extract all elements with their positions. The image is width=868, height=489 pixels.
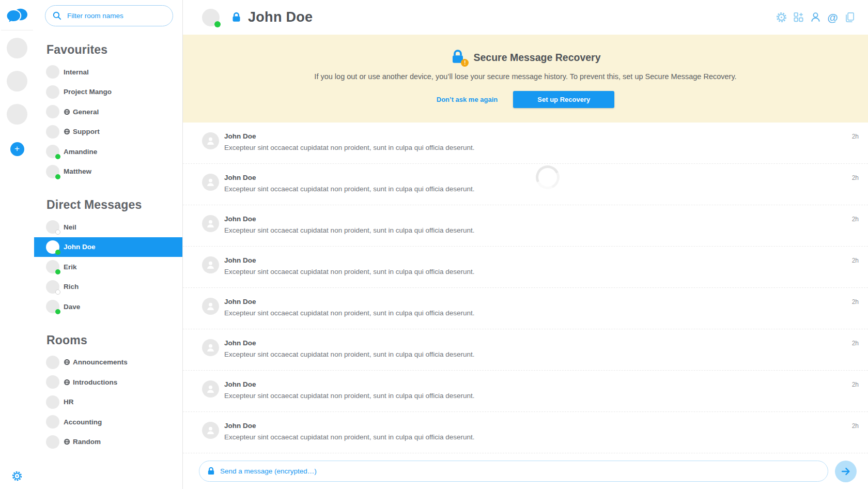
message-timestamp: 2h <box>852 256 859 264</box>
message-timestamp: 2h <box>852 380 859 388</box>
section-title-direct-messages: Direct Messages <box>47 198 182 212</box>
user-avatar <box>46 280 59 294</box>
sidebar-item-dave[interactable]: Dave <box>34 297 182 317</box>
message-avatar-person-icon <box>202 380 219 398</box>
room-label: Dave <box>64 303 80 311</box>
message-text: Excepteur sint occaecat cupidatat non pr… <box>224 144 852 151</box>
secure-message-recovery-banner: ! Secure Message Recovery If you log out… <box>183 35 868 123</box>
sidebar-item-accounting[interactable]: Accounting <box>34 412 182 432</box>
public-room-globe-icon <box>64 109 70 115</box>
space-avatar[interactable] <box>7 71 27 91</box>
message-text: Excepteur sint occaecat cupidatat non pr… <box>224 433 852 441</box>
members-icon[interactable] <box>809 10 823 24</box>
section-title-favourites: Favourites <box>47 43 182 57</box>
room-filter-input[interactable] <box>67 12 166 20</box>
presence-online-dot <box>55 250 60 255</box>
user-avatar <box>46 145 59 158</box>
sidebar-item-internal[interactable]: Internal <box>34 62 182 82</box>
public-room-globe-icon <box>64 359 70 365</box>
room-avatar <box>46 85 59 99</box>
add-space-button[interactable]: + <box>10 142 24 156</box>
message-avatar-person-icon <box>202 256 219 273</box>
dont-ask-again-link[interactable]: Don’t ask me again <box>437 96 498 103</box>
sidebar-item-random[interactable]: Random <box>34 432 182 452</box>
sidebar-item-project-mango[interactable]: Project Mango <box>34 82 182 102</box>
set-up-recovery-button[interactable]: Set up Recovery <box>513 91 614 108</box>
composer-box <box>199 461 828 482</box>
chat-application: + Favourites Internal Project Mango Gene… <box>0 0 868 489</box>
user-avatar <box>46 300 59 313</box>
message-timestamp: 2h <box>852 339 859 347</box>
composer-bar <box>183 453 868 489</box>
presence-online-dot <box>55 174 60 179</box>
room-label: Amandine <box>64 148 97 156</box>
send-button[interactable] <box>835 461 857 482</box>
chat-header-avatar <box>202 9 220 26</box>
sidebar-item-erik[interactable]: Erik <box>34 257 182 277</box>
sidebar-item-john-doe[interactable]: John Doe <box>34 237 182 257</box>
sidebar-item-rich[interactable]: Rich <box>34 277 182 297</box>
room-avatar <box>46 375 59 389</box>
sidebar-item-neil[interactable]: Neil <box>34 217 182 237</box>
message-text: Excepteur sint occaecat cupidatat non pr… <box>224 185 852 193</box>
message-avatar-person-icon <box>202 174 219 191</box>
user-avatar <box>46 260 59 273</box>
files-icon[interactable] <box>843 10 857 24</box>
chat-title: John Doe <box>248 9 313 25</box>
user-avatar <box>46 165 59 178</box>
room-label: Announcements <box>73 358 128 366</box>
chat-header: John Doe @ <box>183 0 868 35</box>
space-avatar[interactable] <box>7 104 27 125</box>
presence-offline-dot <box>55 230 60 235</box>
sidebar-item-introductions[interactable]: Introductions <box>34 372 182 392</box>
message-sender: John Doe <box>224 422 852 430</box>
message-row: John DoeExcepteur sint occaecat cupidata… <box>183 288 868 329</box>
sidebar-item-announcements[interactable]: Announcements <box>34 353 182 373</box>
room-avatar <box>46 435 59 449</box>
message-sender: John Doe <box>224 132 852 140</box>
message-input[interactable] <box>220 467 820 475</box>
message-row: John DoeExcepteur sint occaecat cupidata… <box>183 371 868 412</box>
search-icon <box>52 11 62 21</box>
room-avatar <box>46 415 59 429</box>
message-text: Excepteur sint occaecat cupidatat non pr… <box>224 309 852 317</box>
message-row: John DoeExcepteur sint occaecat cupidata… <box>183 412 868 453</box>
settings-gear-icon[interactable] <box>11 470 23 482</box>
room-label: Internal <box>64 68 89 76</box>
user-avatar <box>46 220 59 234</box>
message-timestamp: 2h <box>852 215 859 223</box>
lock-warning-icon: ! <box>450 49 466 66</box>
message-avatar-person-icon <box>202 339 219 356</box>
sidebar-item-hr[interactable]: HR <box>34 392 182 412</box>
presence-offline-dot <box>55 289 60 295</box>
message-timestamp: 2h <box>852 174 859 181</box>
sidebar-item-support[interactable]: Support <box>34 122 182 142</box>
message-avatar-person-icon <box>202 132 219 149</box>
room-avatar <box>46 395 59 409</box>
public-room-globe-icon <box>64 438 70 445</box>
chat-main: John Doe @ ! Secure Message Recovery If … <box>183 0 868 489</box>
public-room-globe-icon <box>64 379 70 386</box>
room-label: HR <box>64 398 74 406</box>
room-label: Introductions <box>73 378 117 386</box>
message-sender: John Doe <box>224 380 852 388</box>
mentions-icon[interactable]: @ <box>826 10 840 24</box>
room-label: Erik <box>64 263 77 271</box>
presence-online-dot <box>214 21 221 27</box>
sidebar-item-amandine[interactable]: Amandine <box>34 142 182 162</box>
section-title-rooms: Rooms <box>47 333 182 347</box>
message-timeline[interactable]: John DoeExcepteur sint occaecat cupidata… <box>183 123 868 453</box>
message-text: Excepteur sint occaecat cupidatat non pr… <box>224 392 852 400</box>
room-label: Neil <box>64 223 76 231</box>
settings-icon[interactable] <box>774 10 788 24</box>
encrypted-lock-icon <box>207 467 215 476</box>
space-avatar[interactable] <box>7 38 27 58</box>
sidebar-item-general[interactable]: General <box>34 102 182 122</box>
integrations-icon[interactable] <box>792 10 805 24</box>
header-actions: @ <box>774 10 857 24</box>
space-rail: + <box>0 0 34 489</box>
message-timestamp: 2h <box>852 132 859 140</box>
room-label: Project Mango <box>64 88 112 96</box>
message-text: Excepteur sint occaecat cupidatat non pr… <box>224 268 852 276</box>
sidebar-item-matthew[interactable]: Matthew <box>34 162 182 182</box>
